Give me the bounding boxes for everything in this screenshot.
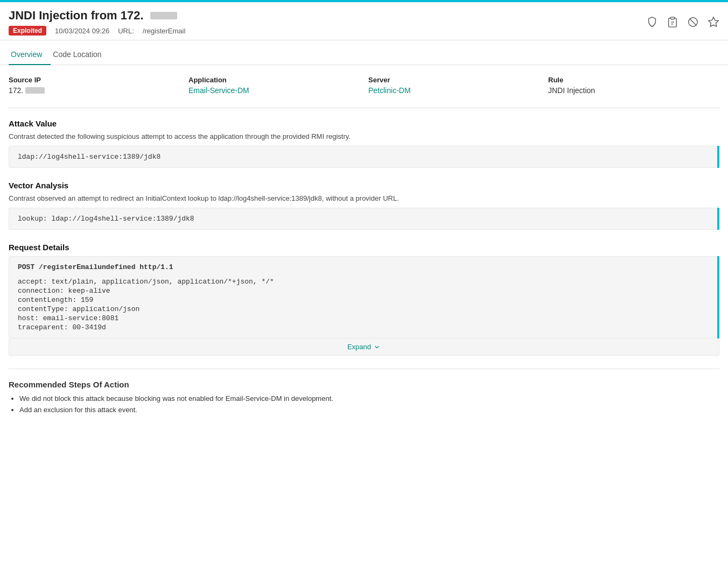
header-content-length: contentLength: 159 <box>18 296 710 304</box>
request-details-wrapper: POST /registerEmailundefined http/1.1 ac… <box>9 256 719 338</box>
main-content: Source IP 172. Application Email-Service… <box>0 65 728 425</box>
request-block: POST /registerEmailundefined http/1.1 ac… <box>9 256 719 338</box>
url-label: URL: <box>118 27 134 35</box>
server-field: Server Petclinic-DM <box>368 76 540 95</box>
vector-analysis-desc: Contrast observed an attempt to redirect… <box>9 194 719 202</box>
meta-fields: Source IP 172. Application Email-Service… <box>9 76 719 95</box>
rule-field: Rule JNDI Injection <box>548 76 719 95</box>
title-row: JNDI Injection from 172. <box>9 9 185 23</box>
page-title: JNDI Injection from 172. <box>9 9 144 23</box>
attack-value-title: Attack Value <box>9 119 719 128</box>
svg-marker-5 <box>709 17 718 26</box>
rule-label: Rule <box>548 76 719 84</box>
recommended-item-0: We did not block this attack because blo… <box>19 394 719 402</box>
recommended-section: Recommended Steps Of Action We did not b… <box>9 380 719 414</box>
source-ip-value: 172. <box>9 86 180 95</box>
ban-icon[interactable] <box>687 16 699 28</box>
rule-value: JNDI Injection <box>548 86 719 95</box>
header-accept: accept: text/plain, application/json, ap… <box>18 278 710 286</box>
application-field: Application Email-Service-DM <box>188 76 360 95</box>
vector-analysis-title: Vector Analysis <box>9 181 719 190</box>
chevron-down-icon <box>373 343 381 351</box>
vector-analysis-accent <box>717 208 719 230</box>
request-first-line: POST /registerEmailundefined http/1.1 <box>18 263 710 271</box>
header-traceparent: traceparent: 00-3419d <box>18 323 710 331</box>
attack-value-section: Attack Value Contrast detected the follo… <box>9 119 719 168</box>
attack-value-accent <box>717 146 719 168</box>
page-header: JNDI Injection from 172. Exploited 10/03… <box>0 2 728 40</box>
expand-button[interactable]: Expand <box>9 338 719 356</box>
vector-analysis-code-wrapper: lookup: ldap://log4shell-service:1389/jd… <box>9 208 719 230</box>
attack-value-desc: Contrast detected the following suspicio… <box>9 132 719 140</box>
server-value[interactable]: Petclinic-DM <box>368 86 540 95</box>
vector-analysis-code: lookup: ldap://log4shell-service:1389/jd… <box>9 208 719 230</box>
url-value: /registerEmail <box>143 27 185 35</box>
attack-value-code-wrapper: ldap://log4shell-service:1389/jdk8 <box>9 146 719 168</box>
application-value[interactable]: Email-Service-DM <box>188 86 360 95</box>
exploited-badge: Exploited <box>9 26 46 36</box>
meta-row: Exploited 10/03/2024 09:26 URL: /registe… <box>9 26 185 36</box>
divider-2 <box>9 369 719 369</box>
expand-label: Expand <box>347 343 371 351</box>
source-ip-field: Source IP 172. <box>9 76 180 95</box>
attack-value-code: ldap://log4shell-service:1389/jdk8 <box>9 146 719 168</box>
tab-code-location[interactable]: Code Location <box>51 45 110 65</box>
ip-blur-title <box>150 12 177 19</box>
header-icons <box>646 16 719 28</box>
application-label: Application <box>188 76 360 84</box>
header-left: JNDI Injection from 172. Exploited 10/03… <box>9 9 185 36</box>
recommended-list: We did not block this attack because blo… <box>9 394 719 414</box>
request-details-section: Request Details POST /registerEmailundef… <box>9 243 719 356</box>
request-details-accent <box>717 256 719 338</box>
tabs-bar: Overview Code Location <box>0 45 728 65</box>
divider-1 <box>9 108 719 108</box>
recommended-item-1: Add an exclusion for this attack event. <box>19 406 719 414</box>
header-content-type: contentType: application/json <box>18 305 710 313</box>
bookmark-icon[interactable] <box>708 16 719 28</box>
server-label: Server <box>368 76 540 84</box>
timestamp: 10/03/2024 09:26 <box>55 27 109 35</box>
request-details-title: Request Details <box>9 243 719 252</box>
svg-rect-0 <box>670 17 674 19</box>
shield-icon[interactable] <box>646 16 658 28</box>
svg-line-4 <box>690 19 697 26</box>
vector-analysis-section: Vector Analysis Contrast observed an att… <box>9 181 719 230</box>
source-ip-label: Source IP <box>9 76 180 84</box>
header-host: host: email-service:8081 <box>18 314 710 322</box>
request-headers: accept: text/plain, application/json, ap… <box>18 278 710 331</box>
tab-overview[interactable]: Overview <box>9 45 51 65</box>
ip-blur-inline <box>25 87 45 94</box>
clipboard-icon[interactable] <box>667 16 678 28</box>
header-connection: connection: keep-alive <box>18 287 710 295</box>
recommended-title: Recommended Steps Of Action <box>9 380 719 389</box>
